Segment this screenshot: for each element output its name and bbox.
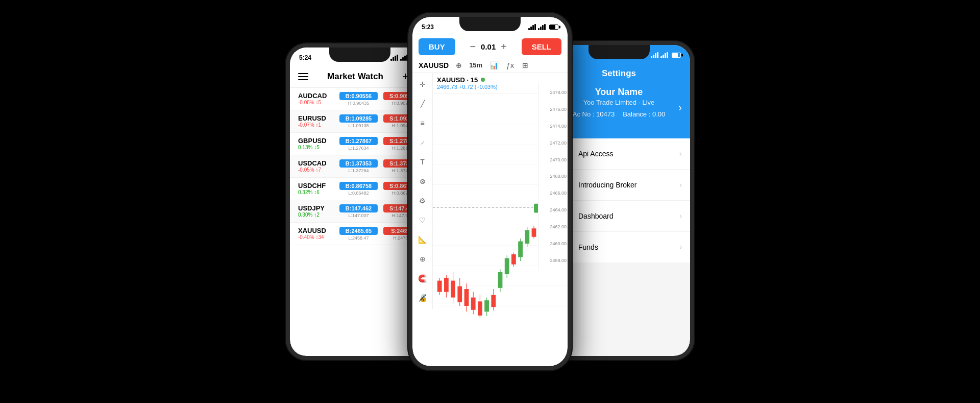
bid-col: B:1.27867 L:1.27634 xyxy=(339,137,378,151)
bid-button[interactable]: B:147.462 xyxy=(339,204,378,212)
symbol-change: -0.05% ↕7 xyxy=(298,167,334,173)
left-status-time: 5:24 xyxy=(299,54,311,61)
crosshair-tool[interactable]: ✛ xyxy=(416,78,429,90)
lock-tool[interactable]: 🔏 xyxy=(416,292,429,304)
left-phone-notch xyxy=(329,48,390,62)
phone-center: 5:23 BUY − 0.01 xyxy=(408,13,572,370)
chart-left-tools: ✛ ╱ ≡ ⟋ T ⊗ ⚙ ♡ 📐 ⊕ 🧲 🔏 xyxy=(412,73,433,309)
price-level-3: 2474.00 xyxy=(540,124,567,129)
diagonal-tool[interactable]: ⟋ xyxy=(416,136,429,149)
svg-rect-28 xyxy=(491,295,496,307)
svg-rect-16 xyxy=(451,280,455,297)
signal-bars-icon-2 xyxy=(400,55,408,61)
bid-button[interactable]: B:1.37353 xyxy=(339,159,378,168)
center-phone-screen: 5:23 BUY − 0.01 xyxy=(412,17,568,366)
symbol-name: XAUUSD xyxy=(298,227,334,234)
bid-low: L:1.27634 xyxy=(348,146,369,151)
bid-button[interactable]: B:0.86758 xyxy=(339,182,378,190)
price-axis: 2478.00 2476.00 2474.00 2472.00 2470.00 … xyxy=(538,82,568,271)
bid-button[interactable]: B:2465.65 xyxy=(339,227,378,235)
symbol-col: XAUUSD -0.40% ↕34 xyxy=(298,227,334,240)
chart-main-area: XAUUSD · 15 2466.73 +0.72 (+0.03%) xyxy=(433,73,568,318)
bid-low: L:147.007 xyxy=(348,213,369,218)
symbol-name: USDCAD xyxy=(298,159,334,167)
profile-account: Ac No : 10473 xyxy=(573,110,615,118)
zoom-in-tool[interactable]: ⊕ xyxy=(416,253,429,265)
funds-arrow: › xyxy=(679,243,682,252)
bid-low: L:2458.47 xyxy=(348,235,369,241)
symbol-name: USDCHF xyxy=(298,182,334,189)
bid-button[interactable]: B:0.90556 xyxy=(339,92,378,100)
node-tool[interactable]: ⊗ xyxy=(416,175,429,187)
price-level-2: 2476.00 xyxy=(540,107,567,112)
bid-low: L:0.86482 xyxy=(348,191,369,196)
api-label: Api Access xyxy=(578,150,679,158)
fx-button[interactable]: ƒx xyxy=(505,60,515,70)
text-tool[interactable]: T xyxy=(416,156,429,168)
bid-button[interactable]: B:1.27867 xyxy=(339,137,378,145)
ruler-tool[interactable]: 📐 xyxy=(416,233,429,246)
bid-low: L:1.09138 xyxy=(348,123,369,128)
profile-arrow-icon[interactable]: › xyxy=(678,102,682,113)
symbol-col: USDCHF 0.32% ↕6 xyxy=(298,182,334,195)
price-level-6: 2468.00 xyxy=(540,174,567,179)
profile-details: Ac No : 10473 Balance : 0.00 xyxy=(556,110,682,118)
right-signal-icon xyxy=(651,52,658,58)
center-signal-icon xyxy=(528,24,536,30)
svg-rect-26 xyxy=(484,300,489,312)
right-battery-icon xyxy=(672,53,681,58)
buy-button[interactable]: BUY xyxy=(419,38,455,55)
bid-button[interactable]: B:1.09285 xyxy=(339,114,378,123)
price-level-11: 2458.00 xyxy=(540,258,567,263)
ib-label: Introducing Broker xyxy=(578,181,679,189)
chart-type-button[interactable]: 📊 xyxy=(488,60,499,70)
ib-arrow: › xyxy=(679,180,682,189)
hamburger-icon[interactable] xyxy=(298,73,308,80)
lot-value: 0.01 xyxy=(481,42,496,51)
symbol-change: 0.13% ↕5 xyxy=(298,145,334,150)
svg-rect-30 xyxy=(498,272,503,288)
trend-line-tool[interactable]: ╱ xyxy=(416,98,429,110)
lot-control: − 0.01 + xyxy=(470,41,507,53)
svg-rect-38 xyxy=(525,230,529,243)
lot-decrease-button[interactable]: − xyxy=(470,41,476,53)
magnet-tool[interactable]: 🧲 xyxy=(416,272,429,285)
heart-tool[interactable]: ♡ xyxy=(416,214,429,226)
symbol-name: EURUSD xyxy=(298,114,334,122)
price-level-1: 2478.00 xyxy=(540,90,567,95)
center-status-icons xyxy=(528,24,558,30)
symbol-change: -0.07% ↕1 xyxy=(298,122,334,128)
price-level-8: 2464.00 xyxy=(540,207,567,212)
lot-increase-button[interactable]: + xyxy=(501,41,507,53)
symbol-name: AUDCAD xyxy=(298,92,334,100)
chart-toolbar: XAUUSD ⊕ 15m 📊 ƒx ⊞ xyxy=(412,58,568,73)
signal-bars-icon xyxy=(390,55,398,61)
funds-label: Funds xyxy=(578,243,679,251)
bid-col: B:0.86758 L:0.86482 xyxy=(339,182,378,196)
profile-balance: Balance : 0.00 xyxy=(623,110,665,118)
layout-button[interactable]: ⊞ xyxy=(521,60,529,70)
symbol-name: USDJPY xyxy=(298,204,334,212)
price-level-10: 2460.00 xyxy=(540,241,567,246)
symbol-col: EURUSD -0.07% ↕1 xyxy=(298,114,334,128)
right-status-icons xyxy=(651,52,681,58)
svg-rect-12 xyxy=(437,280,442,292)
settings-tool[interactable]: ⚙ xyxy=(416,195,429,207)
lines-tool[interactable]: ≡ xyxy=(416,117,429,129)
phones-container: 5:24 Market Watch xyxy=(260,3,720,401)
add-indicator-button[interactable]: ⊕ xyxy=(455,60,463,70)
svg-rect-32 xyxy=(505,258,509,274)
svg-rect-34 xyxy=(511,254,516,264)
svg-rect-14 xyxy=(444,278,449,292)
bid-col: B:2465.65 L:2458.47 xyxy=(339,227,378,241)
price-level-9: 2462.00 xyxy=(540,224,567,229)
chart-symbol[interactable]: XAUUSD xyxy=(419,61,449,69)
dashboard-arrow: › xyxy=(679,211,682,221)
sell-button[interactable]: SELL xyxy=(522,38,561,55)
symbol-col: AUDCAD -0.08% ↕5 xyxy=(298,92,334,105)
svg-rect-40 xyxy=(532,228,536,237)
chart-area: ✛ ╱ ≡ ⟋ T ⊗ ⚙ ♡ 📐 ⊕ 🧲 🔏 xyxy=(412,73,568,318)
timeframe-button[interactable]: 15m xyxy=(469,61,482,69)
symbol-col: USDJPY 0.30% ↕2 xyxy=(298,204,334,218)
bid-low: H:0.90435 xyxy=(348,101,370,106)
